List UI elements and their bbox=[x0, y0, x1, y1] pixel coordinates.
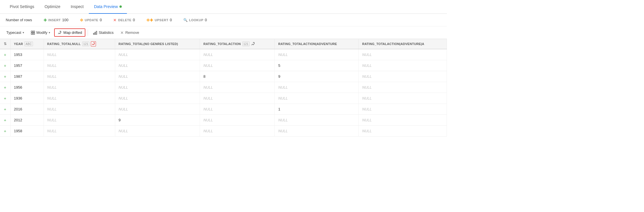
stat-update: ✻ UPDATE 0 bbox=[80, 18, 102, 22]
null-value: NULL bbox=[119, 107, 128, 111]
modify-icon bbox=[31, 31, 35, 35]
table-row: +1936NULLNULLNULLNULLNULL bbox=[0, 93, 447, 104]
add-row-icon[interactable]: + bbox=[4, 85, 6, 90]
toolbar-separator bbox=[88, 30, 88, 36]
null-value: NULL bbox=[47, 118, 57, 122]
add-row-icon[interactable]: + bbox=[4, 118, 6, 122]
tab-pivot-settings[interactable]: Pivot Settings bbox=[5, 0, 40, 14]
null-value: NULL bbox=[47, 129, 57, 133]
table-row: +1958NULLNULLNULLNULLNULL bbox=[0, 126, 447, 137]
lookup-icon: 🔍 bbox=[183, 18, 188, 22]
null-value: NULL bbox=[362, 107, 372, 111]
modify-button[interactable]: Modify ▾ bbox=[28, 29, 53, 36]
svg-rect-6 bbox=[96, 31, 97, 34]
th-sort: ⇅ bbox=[0, 39, 10, 49]
add-row-icon[interactable]: + bbox=[4, 129, 6, 133]
table-row: +1953NULLNULLNULLNULLNULL bbox=[0, 49, 447, 60]
map-drifted-button[interactable]: Map drifted bbox=[54, 28, 85, 37]
null-value: NULL bbox=[278, 96, 288, 100]
svg-rect-2 bbox=[31, 33, 33, 34]
table-body: +1953NULLNULLNULLNULLNULL+1957NULLNULLNU… bbox=[0, 49, 447, 137]
remove-x-icon: ✕ bbox=[120, 30, 124, 35]
statistics-icon bbox=[93, 31, 97, 35]
stat-upsert: ✻✚ UPSERT 0 bbox=[146, 18, 172, 22]
null-value: NULL bbox=[203, 63, 213, 68]
null-value: NULL bbox=[278, 85, 288, 90]
null-value: NULL bbox=[119, 129, 128, 133]
null-value: NULL bbox=[278, 118, 288, 122]
null-value: NULL bbox=[362, 63, 372, 68]
null-value: NULL bbox=[203, 96, 213, 100]
rating-totalnull-map-drifted-icon[interactable] bbox=[91, 41, 96, 46]
add-row-icon[interactable]: + bbox=[4, 107, 6, 112]
data-table: ⇅ YEAR abc RATING_TOTALNULL 121 bbox=[0, 39, 447, 137]
null-value: NULL bbox=[119, 85, 128, 90]
null-value: NULL bbox=[362, 74, 372, 79]
null-value: NULL bbox=[119, 63, 128, 68]
modify-chevron: ▾ bbox=[49, 31, 50, 34]
tab-bar: Pivot Settings Optimize Inspect Data Pre… bbox=[0, 0, 447, 14]
add-row-icon[interactable]: + bbox=[4, 74, 6, 79]
svg-rect-3 bbox=[33, 33, 35, 34]
th-rating-totalaction-adventure: RATING_TOTALACTION|ADVENTURE bbox=[275, 39, 359, 49]
typecast-chevron: ▾ bbox=[23, 31, 24, 34]
null-value: NULL bbox=[203, 129, 213, 133]
th-year: YEAR abc bbox=[10, 39, 44, 49]
null-value: NULL bbox=[47, 74, 57, 79]
table-row: +2016NULLNULLNULL1NULL bbox=[0, 104, 447, 115]
null-value: NULL bbox=[47, 63, 57, 68]
rating-totalaction-map-icon[interactable] bbox=[251, 42, 255, 46]
tab-inspect[interactable]: Inspect bbox=[66, 0, 89, 14]
table-row: +1957NULLNULLNULL5NULL bbox=[0, 60, 447, 71]
null-value: NULL bbox=[203, 52, 213, 57]
table-row: +1987NULLNULL89NULL bbox=[0, 71, 447, 82]
null-value: NULL bbox=[47, 52, 57, 57]
year-type-badge: abc bbox=[24, 42, 33, 46]
stat-lookup: 🔍 LOOKUP 0 bbox=[183, 18, 207, 22]
null-value: NULL bbox=[47, 107, 57, 111]
typecast-button[interactable]: Typecast ▾ bbox=[3, 29, 27, 36]
null-value: NULL bbox=[119, 96, 128, 100]
null-value: NULL bbox=[119, 52, 128, 57]
null-value: NULL bbox=[278, 129, 288, 133]
toolbar: Typecast ▾ Modify ▾ Map drifted Statisti… bbox=[0, 26, 447, 39]
svg-rect-5 bbox=[95, 32, 96, 34]
add-row-icon[interactable]: + bbox=[4, 96, 6, 101]
th-rating-totalaction-adventure-2: RATING_TOTALACTION|ADVENTURE|A bbox=[359, 39, 447, 49]
data-table-container: ⇅ YEAR abc RATING_TOTALNULL 121 bbox=[0, 39, 447, 137]
delete-icon: ✕ bbox=[113, 18, 117, 22]
null-value: NULL bbox=[362, 118, 372, 122]
th-rating-totalnull: RATING_TOTALNULL 121 bbox=[44, 39, 115, 49]
remove-button[interactable]: ✕ Remove bbox=[117, 29, 142, 36]
th-rating-totalaction: RATING_TOTALACTION 121 bbox=[200, 39, 274, 49]
null-value: NULL bbox=[47, 85, 57, 90]
null-value: NULL bbox=[362, 129, 372, 133]
th-rating-total-no-genres: RATING_TOTAL(NO GENRES LISTED) bbox=[115, 39, 200, 49]
add-row-icon[interactable]: + bbox=[4, 63, 6, 68]
null-value: NULL bbox=[278, 52, 288, 57]
svg-rect-4 bbox=[93, 33, 94, 34]
table-header-row: ⇅ YEAR abc RATING_TOTALNULL 121 bbox=[0, 39, 447, 49]
data-preview-dot bbox=[119, 5, 122, 8]
null-value: NULL bbox=[362, 52, 372, 57]
null-value: NULL bbox=[203, 107, 213, 111]
insert-icon: ✚ bbox=[44, 18, 47, 22]
null-value: NULL bbox=[119, 74, 128, 79]
null-value: NULL bbox=[203, 118, 213, 122]
rows-label: Number of rows bbox=[6, 18, 32, 22]
add-row-icon[interactable]: + bbox=[4, 52, 6, 57]
statistics-button[interactable]: Statistics bbox=[90, 29, 116, 36]
rating-totalnull-type-badge: 121 bbox=[82, 42, 90, 46]
null-value: NULL bbox=[47, 96, 57, 100]
null-value: NULL bbox=[362, 85, 372, 90]
sort-icon[interactable]: ⇅ bbox=[4, 42, 7, 46]
table-row: +1956NULLNULLNULLNULLNULL bbox=[0, 82, 447, 93]
svg-rect-0 bbox=[31, 31, 33, 32]
rating-totalaction-type-badge: 121 bbox=[242, 42, 250, 46]
stat-insert: ✚ INSERT 100 bbox=[44, 18, 68, 22]
tab-data-preview[interactable]: Data Preview bbox=[89, 0, 127, 14]
svg-rect-1 bbox=[33, 31, 35, 32]
tab-optimize[interactable]: Optimize bbox=[40, 0, 66, 14]
update-icon: ✻ bbox=[80, 18, 83, 22]
map-drifted-icon bbox=[58, 31, 62, 35]
